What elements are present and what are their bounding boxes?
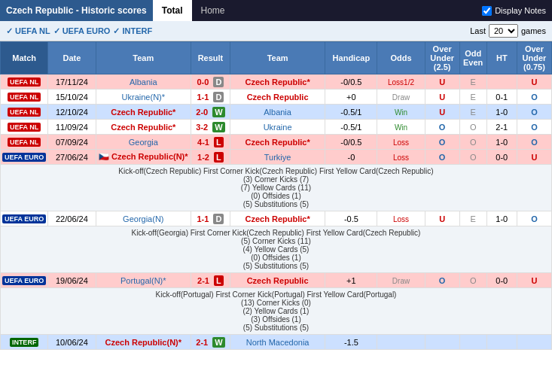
team2-name[interactable]: Czech Republic*	[246, 138, 310, 147]
result-badge: D	[213, 77, 224, 87]
team2-name[interactable]: Czech Republic*	[246, 214, 310, 223]
team1-name[interactable]: Czech Republic(N)*	[111, 152, 188, 161]
score-cell[interactable]: 2-1 W	[191, 335, 230, 350]
result-badge: L	[214, 152, 224, 163]
top-bar: Czech Republic - Historic scores Total H…	[0, 0, 552, 21]
table-row: UEFA NL15/10/24Ukraine(N)*1-1 DCzech Rep…	[1, 90, 552, 105]
over-under-value: O	[439, 138, 446, 147]
team1-cell: 🇨🇿 Czech Republic(N)*	[96, 150, 191, 165]
over075-value: U	[531, 276, 537, 285]
comp-cell: UEFA NL	[1, 120, 48, 135]
over-under-cell: U	[425, 74, 459, 90]
result-badge: W	[212, 107, 224, 117]
score-cell[interactable]: 4-1 L	[191, 135, 230, 150]
team2-name[interactable]: North Macedonia	[246, 338, 310, 347]
col-odds: Odds	[377, 42, 425, 74]
last-select[interactable]: 5 10 20 50 All	[489, 24, 518, 38]
odd-even-cell: O	[459, 120, 486, 135]
over075-cell	[517, 335, 551, 350]
date-cell: 17/11/24	[48, 74, 96, 90]
col-team2: Team	[230, 42, 325, 74]
team1-name[interactable]: Czech Republic*	[111, 108, 175, 117]
team1-name[interactable]: Albania	[130, 77, 157, 87]
comp-badge: UEFA NL	[8, 108, 41, 117]
comp-badge: UEFA EURO	[2, 214, 46, 223]
score-cell[interactable]: 2-0 W	[191, 105, 230, 120]
result-badge: L	[214, 137, 224, 147]
score-link[interactable]: 1-2	[197, 153, 209, 162]
score-link[interactable]: 4-1	[197, 138, 209, 147]
score-cell[interactable]: 1-1 D	[191, 90, 230, 105]
result-badge: W	[212, 122, 224, 132]
handicap-cell: -0.5/1	[325, 105, 377, 120]
tab-home[interactable]: Home	[192, 0, 234, 21]
score-link[interactable]: 2-1	[197, 276, 209, 285]
tab-total[interactable]: Total	[153, 0, 192, 21]
filter-uefa-nl[interactable]: ✓ UEFA NL	[6, 26, 50, 36]
handicap-cell: -0.5	[325, 211, 377, 226]
team1-cell: Portugal(N)*	[96, 273, 191, 288]
odds-cell: Loss	[377, 135, 425, 150]
team2-name[interactable]: Ukraine	[264, 123, 292, 132]
result-badge: D	[213, 214, 224, 224]
comp-badge: INTERF	[10, 338, 39, 347]
team1-name[interactable]: Portugal(N)*	[120, 276, 166, 285]
team1-name[interactable]: Georgia(N)	[123, 214, 163, 223]
over075-value: O	[531, 123, 538, 132]
date-cell: 07/09/24	[48, 135, 96, 150]
detail-row: Kick-off(Portugal) First Corner Kick(Por…	[1, 288, 552, 335]
score-link[interactable]: 2-0	[196, 108, 208, 117]
team1-cell: Czech Republic*	[96, 105, 191, 120]
comp-cell: UEFA NL	[1, 135, 48, 150]
over-under-cell: U	[425, 211, 459, 226]
team1-cell: Czech Republic(N)*	[96, 335, 191, 350]
odd-even-cell: O	[459, 150, 486, 165]
team1-name[interactable]: Georgia	[129, 138, 158, 147]
display-notes-checkbox[interactable]	[482, 6, 492, 16]
col-over-under-25: Over Under (2.5)	[425, 42, 459, 74]
odd-even-cell: E	[459, 90, 486, 105]
over075-cell: U	[517, 273, 551, 288]
date-cell: 11/09/24	[48, 120, 96, 135]
odd-even-cell: O	[459, 135, 486, 150]
over075-cell: U	[517, 150, 551, 165]
filter-interf[interactable]: ✓ INTERF	[113, 26, 152, 36]
score-cell[interactable]: 3-2 W	[191, 120, 230, 135]
team2-name[interactable]: Czech Republic	[247, 276, 309, 285]
comp-badge: UEFA NL	[8, 138, 41, 147]
score-link[interactable]: 2-1	[196, 338, 208, 347]
score-cell[interactable]: 0-0 D	[191, 74, 230, 90]
over-under-cell: O	[425, 273, 459, 288]
over075-cell: O	[517, 90, 551, 105]
page-title: Czech Republic - Historic scores	[0, 0, 153, 21]
odds-value: Loss	[393, 138, 409, 147]
team1-name[interactable]: Ukraine(N)*	[122, 93, 165, 102]
team2-name[interactable]: Albania	[264, 108, 291, 117]
score-link[interactable]: 0-0	[197, 77, 209, 87]
team1-name[interactable]: Czech Republic*	[111, 123, 175, 132]
filter-uefa-euro[interactable]: ✓ UEFA EURO	[53, 26, 111, 36]
odds-value: Win	[395, 108, 407, 117]
over-under-value: U	[439, 108, 445, 117]
team2-name[interactable]: Turkiye	[264, 153, 291, 162]
interf-label: INTERF	[122, 26, 152, 35]
odds-value: Draw	[392, 277, 410, 285]
score-link[interactable]: 3-2	[196, 123, 208, 132]
over075-cell: O	[517, 211, 551, 226]
table-row: INTERF10/06/24Czech Republic(N)*2-1 WNor…	[1, 335, 552, 350]
over-under-value: U	[439, 214, 445, 223]
odds-value: Win	[395, 123, 407, 132]
score-link[interactable]: 1-1	[197, 214, 209, 223]
score-cell[interactable]: 1-2 L	[191, 150, 230, 165]
over-under-cell: O	[425, 150, 459, 165]
over-under-value: O	[439, 276, 446, 285]
over-under-value: O	[439, 123, 446, 132]
comp-badge: UEFA EURO	[2, 276, 46, 285]
date-cell: 27/06/24	[48, 150, 96, 165]
score-cell[interactable]: 1-1 D	[191, 211, 230, 226]
team2-name[interactable]: Czech Republic	[247, 93, 309, 102]
team2-name[interactable]: Czech Republic*	[246, 77, 310, 87]
team1-name[interactable]: Czech Republic(N)*	[105, 338, 181, 347]
score-link[interactable]: 1-1	[197, 93, 209, 102]
score-cell[interactable]: 2-1 L	[191, 273, 230, 288]
